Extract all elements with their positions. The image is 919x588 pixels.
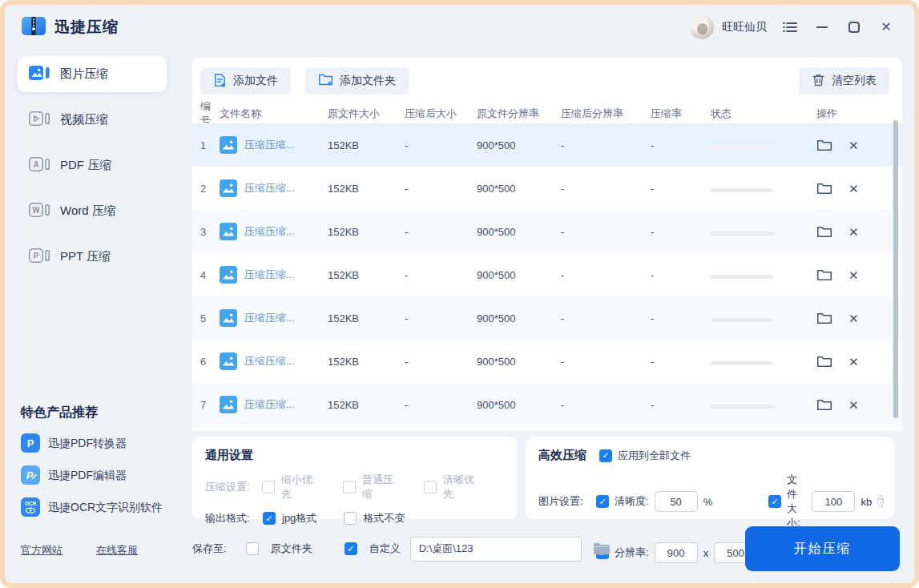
add-folder-button[interactable]: 添加文件夹 <box>305 67 409 95</box>
jpg-format-checkbox[interactable] <box>263 512 276 525</box>
keep-format-checkbox[interactable] <box>344 512 357 525</box>
table-row[interactable]: 3压缩压缩...152KB-900*500--✕ <box>192 210 902 253</box>
general-settings-title: 通用设置 <box>205 448 505 463</box>
list-toolbar: 添加文件 添加文件夹 清空列表 <box>192 67 902 95</box>
original-folder-label: 原文件夹 <box>271 542 312 556</box>
close-icon[interactable]: ✕ <box>877 18 895 36</box>
clear-list-label: 清空列表 <box>832 74 877 88</box>
row-number: 2 <box>200 183 220 195</box>
custom-folder-checkbox[interactable] <box>345 542 357 555</box>
shrink-first-label: 缩小优先 <box>281 473 322 501</box>
shrink-first-checkbox[interactable] <box>262 481 275 493</box>
browse-folder-icon[interactable] <box>593 542 611 556</box>
table-header: 编号文件名称原文件大小压缩后大小原文件分辨率压缩后分辨率压缩率状态操作 <box>192 99 902 123</box>
filesize-checkbox[interactable] <box>768 495 781 508</box>
row-orig-size: 152KB <box>328 226 405 238</box>
minimize-icon[interactable] <box>813 18 831 36</box>
menu-icon[interactable] <box>781 18 799 36</box>
remove-file-icon[interactable]: ✕ <box>848 139 859 151</box>
sidebar-item-word-compress[interactable]: WWord 压缩 <box>18 193 167 229</box>
sidebar-item-image-compress[interactable]: 图片压缩 <box>18 56 167 92</box>
table-row[interactable]: 8压缩压缩...152KB-900*500--✕ <box>192 426 902 431</box>
image-compress-icon <box>29 64 50 84</box>
col-header-orig-size: 原文件大小 <box>328 107 405 121</box>
remove-file-icon[interactable]: ✕ <box>848 269 859 281</box>
open-folder-icon[interactable] <box>816 225 832 239</box>
col-header-compressed-size: 压缩后大小 <box>405 107 477 121</box>
remove-file-icon[interactable]: ✕ <box>848 183 859 195</box>
filesize-input[interactable] <box>812 491 855 512</box>
row-operations: ✕ <box>816 268 889 282</box>
open-folder-icon[interactable] <box>816 139 832 152</box>
clarity-input[interactable] <box>655 491 698 512</box>
normal-compress-checkbox[interactable] <box>343 481 356 493</box>
save-path-input[interactable] <box>410 537 582 562</box>
table-row[interactable]: 4压缩压缩...152KB-900*500--✕ <box>192 253 902 296</box>
sidebar-item-ppt-compress[interactable]: PPPT 压缩 <box>18 239 167 275</box>
zip-folder-logo-icon <box>21 15 46 40</box>
promo-label: 迅捷PDF编辑器 <box>48 469 127 483</box>
table-row[interactable]: 7压缩压缩...152KB-900*500--✕ <box>192 383 902 426</box>
remove-file-icon[interactable]: ✕ <box>848 399 859 411</box>
table-row[interactable]: 2压缩压缩...152KB-900*500--✕ <box>192 167 902 210</box>
clarity-unit: % <box>703 496 713 508</box>
promo-item-1[interactable]: P迅捷PDF编辑器 <box>21 460 189 492</box>
open-folder-icon[interactable] <box>816 355 832 369</box>
promo-item-2[interactable]: OCR迅捷OCR文字识别软件 <box>21 492 189 524</box>
col-header-filename: 文件名称 <box>220 107 328 121</box>
row-orig-size: 152KB <box>328 183 405 195</box>
table-row[interactable]: 5压缩压缩...152KB-900*500--✕ <box>192 296 902 340</box>
promo-label: 迅捷PDF转换器 <box>48 437 127 451</box>
remove-file-icon[interactable]: ✕ <box>848 356 859 368</box>
sidebar-item-label: 视频压缩 <box>60 112 108 127</box>
row-compressed-resolution: - <box>561 183 651 195</box>
row-file-cell: 压缩压缩... <box>220 223 328 240</box>
official-website-link[interactable]: 官方网站 <box>21 543 62 558</box>
add-file-button[interactable]: 添加文件 <box>200 67 291 95</box>
row-operations: ✕ <box>816 355 889 369</box>
username: 旺旺仙贝 <box>722 20 767 34</box>
clarity-checkbox[interactable] <box>596 495 609 508</box>
image-file-icon <box>220 223 237 240</box>
open-folder-icon[interactable] <box>816 268 832 282</box>
sidebar-item-video-compress[interactable]: 视频压缩 <box>18 102 167 138</box>
row-status <box>711 399 816 411</box>
scrollbar-thumb[interactable] <box>893 120 898 418</box>
progress-bar <box>711 405 773 409</box>
original-folder-checkbox[interactable] <box>246 542 259 555</box>
row-compressed-resolution: - <box>561 356 651 368</box>
start-compress-button[interactable]: 开始压缩 <box>745 526 900 571</box>
open-folder-icon[interactable] <box>816 398 832 412</box>
table-row[interactable]: 1压缩压缩...152KB-900*500--✕ <box>192 123 902 167</box>
remove-file-icon[interactable]: ✕ <box>848 312 859 324</box>
ppt-compress-icon: P <box>29 247 50 267</box>
row-number: 1 <box>200 139 220 151</box>
help-icon[interactable]: ? <box>877 495 884 508</box>
user-avatar[interactable] <box>690 15 714 39</box>
add-folder-icon <box>318 73 333 89</box>
row-compressed-resolution: - <box>561 312 651 324</box>
promo-item-0[interactable]: P迅捷PDF转换器 <box>21 428 189 460</box>
online-support-link[interactable]: 在线客服 <box>96 543 138 558</box>
open-folder-icon[interactable] <box>816 182 832 195</box>
apply-all-checkbox[interactable] <box>599 449 612 462</box>
maximize-icon[interactable] <box>845 18 863 36</box>
sidebar-item-pdf-compress[interactable]: APDF 压缩 <box>18 147 167 183</box>
svg-text:P: P <box>27 437 34 449</box>
row-ratio: - <box>651 312 711 324</box>
row-orig-resolution: 900*500 <box>477 183 561 195</box>
table-row[interactable]: 6压缩压缩...152KB-900*500--✕ <box>192 340 902 383</box>
row-orig-size: 152KB <box>328 356 405 368</box>
row-status <box>711 312 816 324</box>
row-orig-resolution: 900*500 <box>477 269 561 281</box>
row-compressed-resolution: - <box>561 269 651 281</box>
remove-file-icon[interactable]: ✕ <box>848 226 859 238</box>
open-folder-icon[interactable] <box>816 312 832 325</box>
clarity-first-label: 清晰优先 <box>443 473 484 501</box>
clarity-first-checkbox[interactable] <box>424 481 437 493</box>
row-operations: ✕ <box>816 182 889 195</box>
row-status <box>711 183 816 195</box>
clear-list-button[interactable]: 清空列表 <box>799 67 889 95</box>
progress-bar <box>711 232 773 236</box>
row-file-cell: 压缩压缩... <box>220 136 328 154</box>
